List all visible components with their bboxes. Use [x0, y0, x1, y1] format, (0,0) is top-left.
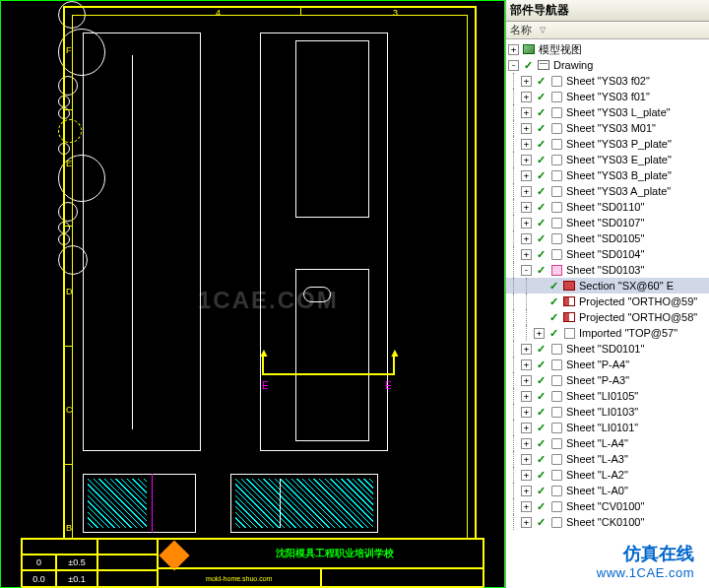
tree-body[interactable]: +模型视图-✓Drawing+✓Sheet "YS03 f02"+✓Sheet … — [506, 39, 709, 588]
check-icon[interactable]: ✓ — [534, 154, 548, 165]
expander-icon[interactable]: + — [521, 391, 532, 402]
expander-icon[interactable]: + — [521, 486, 532, 496]
school-name: 沈阳模具工程职业培训学校 — [276, 547, 394, 560]
expander-icon[interactable]: + — [521, 407, 532, 418]
check-icon[interactable]: ✓ — [534, 185, 548, 197]
icon-sheet-icon — [548, 105, 564, 119]
check-icon[interactable]: ✓ — [534, 437, 548, 449]
tree-sheet[interactable]: +✓Sheet "L-A3" — [506, 451, 709, 467]
expander-icon[interactable]: + — [508, 44, 519, 55]
expander-icon[interactable]: + — [534, 328, 545, 339]
tree-sheet[interactable]: +✓Sheet "P-A3" — [506, 372, 709, 388]
tree-sheet[interactable]: +✓Sheet "SD0104" — [506, 246, 709, 262]
check-icon[interactable]: ✓ — [521, 59, 535, 71]
check-icon[interactable]: ✓ — [534, 91, 548, 102]
tree-sheet[interactable]: +✓Sheet "CK0100" — [506, 514, 709, 530]
tree-sheet[interactable]: +✓Sheet "YS03 M01" — [506, 120, 709, 136]
tree-sheet[interactable]: +✓Sheet "CV0100" — [506, 498, 709, 514]
title-block-left: 0 ±0.5 0.0 ±0.1 — [21, 538, 173, 587]
check-icon[interactable]: ✓ — [534, 232, 548, 244]
cad-canvas[interactable]: 1CAE.COM 4 3 F E D C B — [0, 0, 505, 588]
tree-section[interactable]: ✓Section "SX@60" E — [506, 278, 709, 294]
expander-icon[interactable]: + — [521, 202, 532, 213]
tree-sheet[interactable]: +✓Sheet "SD0110" — [506, 199, 709, 215]
expander-icon[interactable]: + — [521, 155, 532, 165]
check-icon[interactable]: ✓ — [534, 217, 548, 229]
icon-projected-icon — [561, 294, 577, 308]
expander-icon[interactable]: + — [521, 470, 532, 481]
check-icon[interactable]: ✓ — [534, 138, 548, 150]
tree-drawing[interactable]: -✓Drawing — [506, 57, 709, 73]
check-icon[interactable]: ✓ — [547, 327, 560, 339]
check-icon[interactable]: ✓ — [534, 516, 548, 528]
tree-sheet[interactable]: +✓Sheet "YS03 P_plate" — [506, 136, 709, 152]
check-icon[interactable]: ✓ — [534, 359, 548, 370]
expander-icon[interactable]: + — [521, 359, 532, 370]
check-icon[interactable]: ✓ — [534, 422, 548, 433]
tree-imported[interactable]: +✓Imported "TOP@57" — [506, 325, 709, 341]
ruler-top-2: 3 — [393, 8, 398, 18]
tree-model-view[interactable]: +模型视图 — [506, 41, 709, 57]
check-icon[interactable]: ✓ — [534, 169, 548, 181]
expander-icon[interactable]: + — [521, 344, 532, 355]
check-icon[interactable]: ✓ — [534, 485, 548, 496]
check-icon[interactable]: ✓ — [534, 500, 548, 512]
site-watermark: 仿真在线 www.1CAE.com — [597, 542, 694, 580]
expander-icon[interactable]: + — [521, 170, 532, 181]
expander-icon[interactable]: + — [521, 454, 532, 465]
icon-sheet-current-icon — [548, 263, 564, 277]
tree-sheet[interactable]: +✓Sheet "YS03 B_plate" — [506, 167, 709, 183]
expander-icon[interactable]: - — [508, 60, 519, 71]
check-icon[interactable]: ✓ — [534, 390, 548, 402]
tree-sheet[interactable]: +✓Sheet "SD0105" — [506, 230, 709, 246]
tree-sheet[interactable]: +✓Sheet "YS03 L_plate" — [506, 104, 709, 120]
tree-sheet[interactable]: +✓Sheet "LI0101" — [506, 420, 709, 435]
expander-icon[interactable]: + — [521, 123, 532, 134]
panel-column-header[interactable]: 名称 ▽ — [506, 22, 709, 39]
expander-icon[interactable]: + — [521, 438, 532, 449]
check-icon[interactable]: ✓ — [534, 201, 548, 213]
tree-sheet[interactable]: +✓Sheet "L-A4" — [506, 435, 709, 451]
tree-sheet[interactable]: +✓Sheet "YS03 f01" — [506, 89, 709, 104]
tree-sheet[interactable]: +✓Sheet "L-A0" — [506, 483, 709, 498]
check-icon[interactable]: ✓ — [534, 106, 548, 118]
check-icon[interactable]: ✓ — [534, 122, 548, 134]
expander-icon[interactable]: + — [521, 249, 532, 260]
check-icon[interactable]: ✓ — [547, 311, 560, 323]
expander-icon[interactable]: + — [521, 233, 532, 244]
expander-icon[interactable]: + — [521, 92, 532, 102]
tree-sheet[interactable]: +✓Sheet "LI0105" — [506, 388, 709, 404]
check-icon[interactable]: ✓ — [547, 295, 560, 307]
check-icon[interactable]: ✓ — [534, 264, 548, 276]
expander-icon[interactable]: + — [521, 218, 532, 229]
expander-icon[interactable]: + — [521, 423, 532, 433]
expander-icon[interactable]: + — [521, 517, 532, 528]
check-icon[interactable]: ✓ — [534, 75, 548, 87]
tree-sheet[interactable]: +✓Sheet "YS03 E_plate" — [506, 152, 709, 167]
expander-icon[interactable]: + — [521, 107, 532, 118]
expander-icon[interactable]: + — [521, 375, 532, 386]
tree-sheet[interactable]: -✓Sheet "SD0103" — [506, 262, 709, 278]
tree-sheet[interactable]: +✓Sheet "SD0107" — [506, 215, 709, 230]
check-icon[interactable]: ✓ — [534, 374, 548, 386]
check-icon[interactable]: ✓ — [547, 280, 560, 292]
tree-sheet[interactable]: +✓Sheet "YS03 f02" — [506, 73, 709, 89]
expander-icon[interactable]: + — [521, 186, 532, 197]
tree-sheet[interactable]: +✓Sheet "YS03 A_plate" — [506, 183, 709, 199]
icon-sheet-icon — [548, 184, 564, 198]
expander-icon[interactable]: + — [521, 76, 532, 87]
tree-sheet[interactable]: +✓Sheet "P-A4" — [506, 357, 709, 372]
check-icon[interactable]: ✓ — [534, 453, 548, 465]
check-icon[interactable]: ✓ — [534, 406, 548, 418]
expander-icon[interactable]: + — [521, 501, 532, 512]
expander-icon[interactable]: - — [521, 265, 532, 276]
tree-sheet[interactable]: +✓Sheet "SD0101" — [506, 341, 709, 357]
tree-sheet[interactable]: +✓Sheet "L-A2" — [506, 467, 709, 483]
check-icon[interactable]: ✓ — [534, 248, 548, 260]
tree-projected[interactable]: ✓Projected "ORTHO@58" — [506, 309, 709, 325]
check-icon[interactable]: ✓ — [534, 469, 548, 481]
tree-sheet[interactable]: +✓Sheet "LI0103" — [506, 404, 709, 420]
check-icon[interactable]: ✓ — [534, 343, 548, 355]
expander-icon[interactable]: + — [521, 139, 532, 150]
tree-projected[interactable]: ✓Projected "ORTHO@59" — [506, 294, 709, 309]
